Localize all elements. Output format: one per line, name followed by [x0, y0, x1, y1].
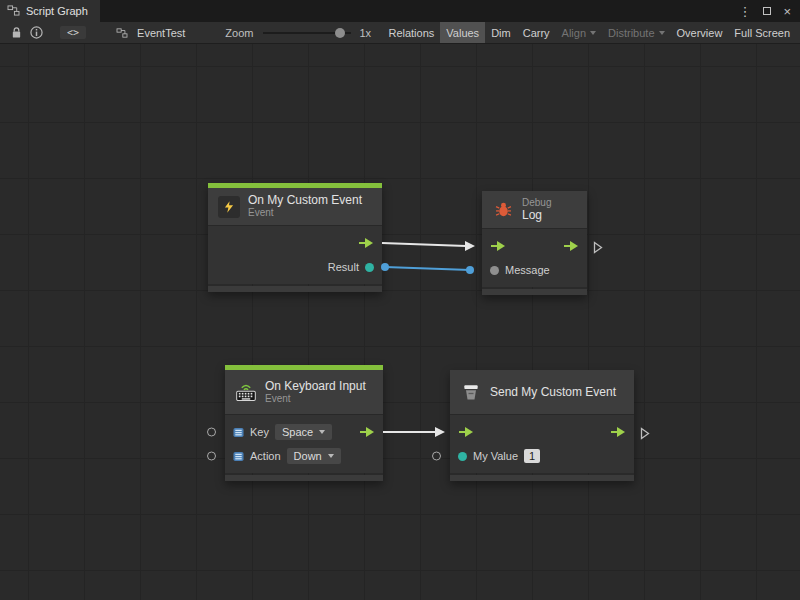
- menu-icon[interactable]: ⋮: [738, 5, 751, 18]
- relations-button[interactable]: Relations: [382, 22, 440, 43]
- carry-button[interactable]: Carry: [517, 22, 556, 43]
- wire-result-to-message[interactable]: [381, 263, 474, 274]
- maximize-square: [763, 7, 771, 15]
- key-dropdown-value: Space: [282, 426, 313, 438]
- distribute-label: Distribute: [608, 27, 654, 39]
- node-header[interactable]: Debug Log: [482, 191, 587, 228]
- continuation-triangle-icon: [640, 426, 650, 444]
- overview-button[interactable]: Overview: [671, 22, 729, 43]
- node-on-my-custom-event[interactable]: On My Custom Event Event Result: [208, 183, 382, 292]
- graph-toolbar: <> EventTest Zoom 1x Relations Values Di…: [0, 22, 800, 44]
- graph-tab-icon: [7, 2, 20, 20]
- tab-title: Script Graph: [26, 5, 88, 17]
- action-port-label: Action: [250, 450, 281, 462]
- node-footer: [208, 286, 382, 292]
- dropdown-caret-icon: [328, 454, 334, 458]
- node-body: Key Space Action Down: [225, 414, 383, 473]
- lightning-icon: [218, 196, 240, 218]
- node-footer: [482, 289, 587, 295]
- key-port-label: Key: [250, 426, 269, 438]
- node-header[interactable]: On Keyboard Input Event: [225, 370, 383, 414]
- message-port-label: Message: [505, 264, 550, 276]
- continuation-triangle-icon: [593, 240, 603, 258]
- align-button[interactable]: Align: [556, 22, 602, 43]
- node-header[interactable]: On My Custom Event Event: [208, 188, 382, 225]
- node-debug-log[interactable]: Debug Log Message: [482, 191, 587, 295]
- result-value-port[interactable]: [365, 263, 374, 272]
- graph-icon: [112, 24, 132, 42]
- keyboard-icon: [235, 381, 257, 403]
- lock-icon[interactable]: [6, 24, 26, 42]
- zoom-slider[interactable]: [263, 26, 351, 40]
- distribute-button[interactable]: Distribute: [602, 22, 670, 43]
- graph-reference[interactable]: EventTest: [112, 24, 185, 42]
- dropdown-caret-icon: [590, 31, 596, 35]
- window-controls: ⋮ ×: [738, 0, 800, 22]
- action-dropdown-value: Down: [294, 450, 322, 462]
- fullscreen-button[interactable]: Full Screen: [728, 22, 796, 43]
- zoom-value: 1x: [359, 27, 371, 39]
- node-on-keyboard-input[interactable]: On Keyboard Input Event Key Space: [225, 365, 383, 481]
- keycode-type-icon: [233, 427, 244, 438]
- action-type-icon: [233, 451, 244, 462]
- node-body: My Value 1: [450, 414, 634, 473]
- bug-icon: [492, 199, 514, 221]
- maximize-icon[interactable]: [763, 7, 771, 15]
- dropdown-caret-icon: [319, 430, 325, 434]
- toolbar-buttons: Relations Values Dim Carry Align Distrib…: [382, 22, 796, 43]
- node-title: Send My Custom Event: [490, 386, 616, 399]
- action-input-port[interactable]: [207, 452, 216, 461]
- close-icon[interactable]: ×: [783, 5, 791, 18]
- node-send-my-custom-event[interactable]: Send My Custom Event My Value 1: [450, 370, 634, 481]
- node-body: Result: [208, 225, 382, 284]
- node-header[interactable]: Send My Custom Event: [450, 370, 634, 414]
- info-icon[interactable]: [26, 24, 46, 42]
- script-graph-window: Script Graph ⋮ × <> EventTest Zoom 1x: [0, 0, 800, 600]
- my-value-port[interactable]: [458, 452, 467, 461]
- graph-canvas[interactable]: On My Custom Event Event Result: [0, 44, 800, 600]
- titlebar: Script Graph ⋮ ×: [0, 0, 800, 22]
- flow-output-port[interactable]: [359, 426, 375, 438]
- zoom-label: Zoom: [225, 27, 253, 39]
- node-body: Message: [482, 228, 587, 287]
- my-value-input[interactable]: 1: [524, 449, 540, 463]
- node-subtitle: Event: [265, 393, 366, 405]
- key-input-port[interactable]: [207, 428, 216, 437]
- flow-output-port[interactable]: [358, 237, 374, 249]
- flow-input-port[interactable]: [490, 240, 506, 252]
- node-title: Log: [522, 209, 551, 222]
- tab-script-graph[interactable]: Script Graph: [0, 0, 100, 22]
- flow-output-port[interactable]: [563, 240, 579, 252]
- send-event-icon: [460, 381, 482, 403]
- code-icon[interactable]: <>: [60, 26, 86, 39]
- flow-output-port[interactable]: [610, 426, 626, 438]
- node-title: On My Custom Event: [248, 194, 362, 207]
- dim-button[interactable]: Dim: [485, 22, 517, 43]
- node-subtitle: Event: [248, 207, 362, 219]
- result-port-label: Result: [328, 261, 359, 273]
- wire-flow-keyboard-to-send[interactable]: [383, 427, 445, 437]
- key-dropdown[interactable]: Space: [275, 424, 332, 440]
- node-footer: [225, 475, 383, 481]
- message-value-port[interactable]: [490, 266, 499, 275]
- align-label: Align: [562, 27, 586, 39]
- values-button[interactable]: Values: [440, 22, 485, 43]
- node-title: On Keyboard Input: [265, 380, 366, 393]
- graph-name: EventTest: [137, 27, 185, 39]
- zoom-slider-knob[interactable]: [335, 28, 345, 38]
- wire-flow-event-to-log[interactable]: [382, 241, 475, 251]
- my-value-label: My Value: [473, 450, 518, 462]
- flow-input-port[interactable]: [458, 426, 474, 438]
- wires-layer: [0, 44, 800, 600]
- node-footer: [450, 475, 634, 481]
- my-value-input-port[interactable]: [432, 452, 441, 461]
- action-dropdown[interactable]: Down: [287, 448, 341, 464]
- dropdown-caret-icon: [659, 31, 665, 35]
